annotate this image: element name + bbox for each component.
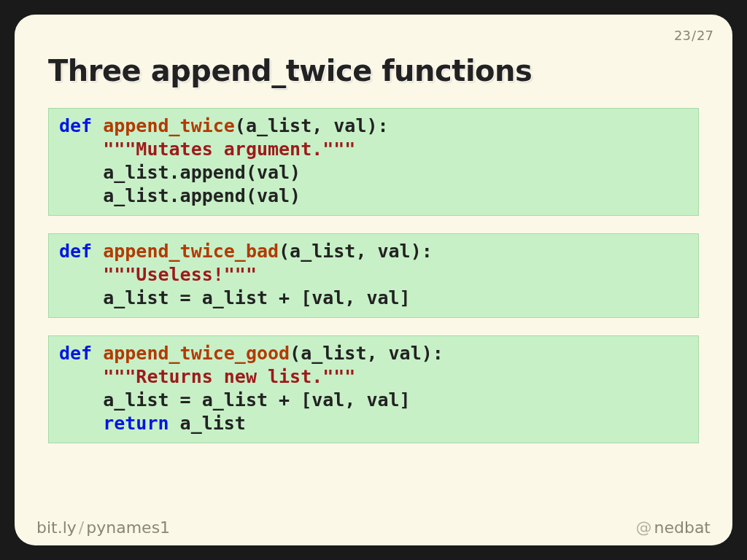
keyword-def: def: [59, 241, 92, 262]
docstring: """Mutates argument.""": [103, 139, 355, 160]
code-line: a_list.append(val): [103, 162, 301, 183]
link-host: bit.ly: [36, 518, 77, 537]
docstring: """Useless!""": [103, 264, 257, 285]
handle-text: nedbat: [654, 518, 711, 537]
code-block-2: def append_twice_bad(a_list, val): """Us…: [48, 233, 699, 318]
func-signature: (a_list, val):: [235, 115, 389, 136]
page-total: 27: [697, 28, 713, 43]
func-name: append_twice_bad: [103, 241, 279, 262]
slide-footer: bit.ly/pynames1 @nedbat: [15, 512, 732, 545]
link-separator: /: [77, 518, 86, 537]
code-line: a_list = a_list + [val, val]: [103, 287, 410, 308]
code-block-3: def append_twice_good(a_list, val): """R…: [48, 335, 699, 443]
code-line: a_list = a_list + [val, val]: [103, 389, 410, 411]
footer-handle: @nedbat: [633, 518, 711, 537]
page-current: 23: [674, 28, 691, 43]
link-path: pynames1: [86, 518, 170, 537]
slide: 23/27 Three append_twice functions def a…: [15, 15, 732, 545]
code-block-1: def append_twice(a_list, val): """Mutate…: [48, 108, 699, 216]
keyword-def: def: [59, 343, 92, 364]
func-name: append_twice_good: [103, 343, 290, 364]
keyword-def: def: [59, 115, 92, 136]
docstring: """Returns new list.""": [103, 366, 355, 387]
func-signature: (a_list, val):: [279, 241, 433, 262]
page-counter: 23/27: [674, 28, 713, 43]
keyword-return: return: [103, 413, 169, 434]
at-sign: @: [633, 518, 654, 537]
page-separator: /: [691, 28, 697, 43]
slide-title: Three append_twice functions: [48, 54, 699, 88]
func-signature: (a_list, val):: [290, 343, 444, 364]
func-name: append_twice: [103, 115, 235, 136]
code-line: a_list.append(val): [103, 185, 301, 206]
return-value: a_list: [169, 413, 246, 434]
footer-link: bit.ly/pynames1: [36, 518, 170, 537]
